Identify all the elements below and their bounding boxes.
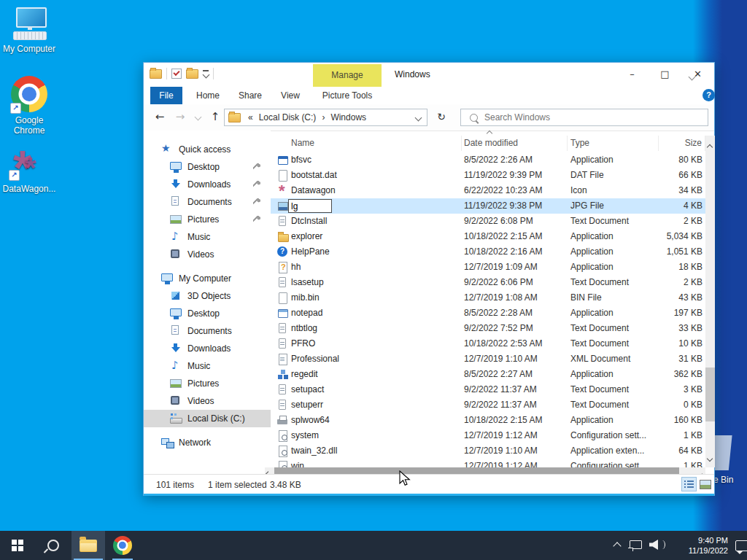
file-row[interactable]: bootstat.dat11/19/2022 9:39 PMDAT File66… [271,168,705,183]
taskbar-clock[interactable]: 9:40 PM 11/19/2022 [670,535,728,556]
sidebar-item-documents-2[interactable]: Documents [144,322,271,340]
file-row[interactable]: HelpPane10/18/2022 2:16 AMApplication1,0… [271,244,705,260]
sidebar-item-label: Local Disk (C:) [187,413,245,424]
file-row[interactable]: Professional12/7/2019 1:10 AMXML Documen… [271,351,705,367]
address-dropdown-button[interactable] [416,112,421,122]
image-icon [277,201,288,211]
contextual-tab-manage[interactable]: Manage [313,64,382,87]
hidden-icons-chevron-icon[interactable] [613,542,621,550]
customize-qat-button[interactable] [203,70,209,77]
sidebar-item-3d-objects[interactable]: 3D Objects [144,287,271,305]
breadcrumb-collapsed[interactable]: « [248,112,253,122]
file-row[interactable]: lsasetup9/2/2022 6:06 PMText Document2 K… [271,275,705,290]
text-document-icon [277,277,288,288]
ribbon-collapse-button[interactable] [689,69,694,82]
sidebar-item-quick-access[interactable]: Quick access [144,141,271,158]
sidebar-item-pictures[interactable]: Pictures [144,211,271,228]
file-date: 10/18/2022 2:15 AM [464,413,542,428]
file-name: hh [291,260,301,275]
sidebar-item-desktop[interactable]: Desktop [144,158,271,176]
action-center-icon[interactable] [735,540,747,551]
vertical-scrollbar-thumb[interactable] [705,368,715,421]
refresh-button[interactable] [433,108,450,125]
desktop-icon-datawagon[interactable]: ↗ DataWagon... [0,150,58,194]
taskbar-chrome-button[interactable] [107,531,139,560]
file-row[interactable]: setupact9/2/2022 11:37 AMText Document3 … [271,382,705,397]
file-row[interactable]: setuperr9/2/2022 11:37 AMText Document0 … [271,397,705,413]
file-row[interactable]: explorer10/18/2022 2:15 AMApplication5,0… [271,229,705,244]
file-row[interactable]: win12/7/2019 1:12 AMConfiguration sett..… [271,459,705,467]
file-row[interactable]: twain_32.dll12/7/2019 1:10 AMApplication… [271,443,705,459]
thumbnail-view-button[interactable] [697,477,713,491]
file-row-selected[interactable]: 11/19/2022 9:38 PMJPG File4 KB [271,198,705,214]
desktop-icon-google-chrome[interactable]: ↗ Google Chrome [0,76,58,136]
sidebar-item-downloads[interactable]: Downloads [144,176,271,193]
properties-icon[interactable] [171,69,182,79]
shortcut-arrow-icon: ↗ [10,103,21,114]
help-button[interactable] [703,89,715,101]
back-button[interactable] [151,108,169,125]
scroll-up-icon[interactable] [708,139,712,152]
taskbar-file-explorer-button[interactable] [71,531,105,560]
sidebar-item-my-computer[interactable]: My Computer [144,270,271,287]
chevron-down-icon [415,114,422,122]
tab-file[interactable]: File [150,87,182,104]
minimize-button[interactable]: – [616,63,649,85]
file-row[interactable]: PFRO10/18/2022 2:53 AMText Document10 KB [271,336,705,351]
file-size: 160 KB [674,413,703,428]
desktop-icon-my-computer[interactable]: My Computer [0,7,58,54]
sidebar-item-network[interactable]: Network [144,434,271,451]
network-icon[interactable] [630,540,642,549]
file-row[interactable]: ntbtlog9/2/2022 7:52 PMText Document33 K… [271,321,705,336]
sidebar-item-label: 3D Objects [187,291,231,301]
sidebar-item-pictures-2[interactable]: Pictures [144,375,271,392]
column-header-name[interactable]: Name [271,136,462,151]
taskbar-search-button[interactable] [35,531,71,560]
forward-button[interactable] [171,108,189,125]
column-header-type[interactable]: Type [568,136,659,151]
file-size: 43 KB [678,290,703,306]
details-view-button[interactable] [681,477,697,491]
maximize-button[interactable]: □ [649,63,681,85]
new-folder-icon[interactable] [186,69,198,79]
sidebar-item-music-2[interactable]: Music [144,357,271,375]
column-header-date-modified[interactable]: Date modified [462,136,568,151]
scroll-down-icon[interactable] [708,451,712,464]
file-row[interactable]: splwow6410/18/2022 2:15 AMApplication160… [271,413,705,428]
sidebar-item-downloads-2[interactable]: Downloads [144,340,271,357]
file-type: XML Document [570,351,630,367]
tab-share[interactable]: Share [231,87,269,104]
breadcrumb-drive[interactable]: Local Disk (C:) [259,112,317,122]
up-button[interactable] [206,108,224,125]
sidebar-item-music[interactable]: Music [144,228,271,246]
search-input[interactable] [483,112,708,123]
search-box[interactable] [460,109,708,126]
sidebar-item-local-disk-c[interactable]: Local Disk (C:) [144,410,271,427]
sidebar-item-desktop-2[interactable]: Desktop [144,305,271,322]
sidebar-item-videos[interactable]: Videos [144,246,271,263]
sidebar-item-videos-2[interactable]: Videos [144,392,271,410]
title-bar[interactable]: Manage Windows – □ ✕ [144,63,714,87]
volume-icon[interactable] [649,540,658,550]
monitor-icon [170,161,182,173]
file-row[interactable]: regedit8/5/2022 2:27 AMApplication362 KB [271,367,705,382]
recent-locations-button[interactable] [189,108,206,125]
vertical-scrollbar[interactable] [705,136,715,467]
start-button[interactable] [0,531,35,560]
tab-picture-tools[interactable]: Picture Tools [313,87,382,104]
file-row[interactable]: bfsvc8/5/2022 2:26 AMApplication80 KB [271,152,705,168]
breadcrumb-folder[interactable]: Windows [330,112,366,122]
close-button[interactable]: ✕ [681,63,714,85]
tab-home[interactable]: Home [189,87,227,104]
file-row[interactable]: mib.bin12/7/2019 1:08 AMBIN File43 KB [271,290,705,306]
sidebar-item-documents[interactable]: Documents [144,193,271,211]
file-row[interactable]: Datawagon6/22/2022 10:23 AMIcon34 KB [271,183,705,198]
file-row[interactable]: DtcInstall9/2/2022 6:08 PMText Document2… [271,214,705,229]
file-row[interactable]: hh12/7/2019 1:09 AMApplication18 KB [271,260,705,275]
file-row[interactable]: system12/7/2019 1:12 AMConfiguration set… [271,428,705,443]
file-row[interactable]: notepad8/5/2022 2:28 AMApplication197 KB [271,306,705,321]
column-header-size[interactable]: Size [659,136,705,151]
rename-input[interactable] [288,199,332,213]
tab-view[interactable]: View [274,87,307,104]
address-bar[interactable]: « Local Disk (C:) › Windows [224,109,427,126]
